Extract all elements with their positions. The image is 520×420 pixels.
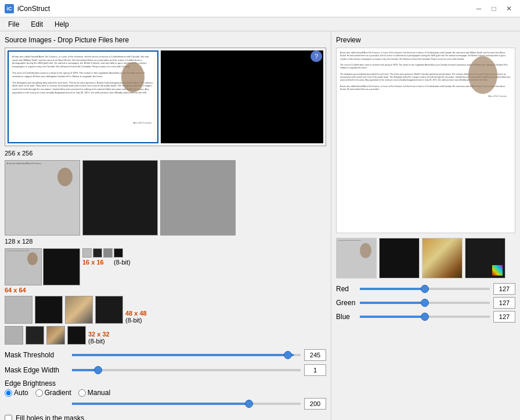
mask-threshold-row: Mask Threshold 245 <box>5 349 326 361</box>
right-panel: Preview A man who called himself Amor De… <box>331 31 520 420</box>
thumb-64-dark <box>43 248 80 285</box>
fill-holes-label: Fill holes in the masks <box>16 414 84 420</box>
app-icon: iC <box>5 4 14 13</box>
fill-holes-checkbox[interactable] <box>5 415 12 421</box>
source-image-dark <box>161 50 323 143</box>
size-32x32-label: 32 x 32 <box>88 331 117 338</box>
green-value: 127 <box>493 297 515 309</box>
radio-gradient-input[interactable] <box>35 389 43 397</box>
red-slider-row: Red 127 <box>336 283 515 295</box>
menu-bar: File Edit Help <box>0 17 520 31</box>
fill-holes-row: Fill holes in the masks <box>5 414 326 420</box>
title-bar-left: iC iConStruct <box>5 4 50 13</box>
thumb-128-light: A man who called himself Amor De Cosmos.… <box>5 160 80 236</box>
preview-thumb-dark <box>379 238 420 278</box>
size-16x16-label: 16 x 16 <box>82 259 111 266</box>
menu-edit[interactable]: Edit <box>26 19 48 30</box>
maximize-button[interactable]: □ <box>488 2 500 15</box>
radio-manual-label: Manual <box>88 389 110 397</box>
green-slider-row: Green 127 <box>336 297 515 309</box>
red-slider[interactable] <box>360 288 490 290</box>
edge-brightness-radio-group: Auto Gradient Manual <box>5 389 326 397</box>
mask-edge-width-slider-container <box>72 364 301 376</box>
menu-help[interactable]: Help <box>50 19 74 30</box>
minimize-button[interactable]: ─ <box>472 2 485 15</box>
col-64: A man who called himself Amor De Cosmos.… <box>5 248 80 294</box>
thumb-32-dark <box>26 326 44 345</box>
left-panel: Source Images - Drop Picture Files here … <box>0 31 331 420</box>
radio-manual[interactable]: Manual <box>78 389 110 397</box>
doc-preview: A man who called himself Amor De Cosmos,… <box>9 52 157 142</box>
thumb-16-b <box>93 248 102 258</box>
mask-edge-width-row: Mask Edge Width 1 <box>5 364 326 376</box>
thumb-48-dark <box>35 296 63 324</box>
mask-threshold-value: 245 <box>304 349 326 361</box>
sizes-row: A man who called himself Amor De Cosmos.… <box>5 248 326 294</box>
source-image-main: A man who called himself Amor De Cosmos,… <box>8 50 158 143</box>
thumb-32-dark2 <box>67 326 86 345</box>
thumb-128-empty <box>160 160 236 236</box>
green-slider[interactable] <box>360 302 490 304</box>
thumb-16-a <box>82 248 92 258</box>
size-48x48-label: 48 x 48 <box>125 310 154 317</box>
radio-auto-input[interactable] <box>5 389 12 397</box>
thumb-16-c <box>103 248 113 258</box>
row-64: A man who called himself Amor De Cosmos.… <box>5 248 80 285</box>
portrait-circle <box>468 56 497 94</box>
row-32-container: 32 x 32 (8-bit) <box>5 326 326 345</box>
color-sliders: Red 127 Green 127 Blue 127 <box>336 283 515 323</box>
mask-threshold-slider-container <box>72 349 301 361</box>
preview-thumbs-row: A man who called himself Amor De Cosmos.… <box>336 238 515 278</box>
radio-auto[interactable]: Auto <box>5 389 28 397</box>
blue-slider-row: Blue 127 <box>336 311 515 323</box>
help-button[interactable]: ? <box>310 50 322 62</box>
thumb-32-color <box>46 326 65 345</box>
mask-edge-width-value: 1 <box>304 364 326 376</box>
thumb-32-light <box>5 326 23 345</box>
preview-doc: A man who called himself Amor De Cosmos,… <box>337 48 515 233</box>
thumbnails-128-row: A man who called himself Amor De Cosmos.… <box>5 160 326 236</box>
mask-threshold-slider[interactable] <box>72 354 301 356</box>
preview-thumb-color <box>422 238 463 278</box>
bit-label-16: (8-bit) <box>114 259 131 266</box>
row-16 <box>82 248 131 258</box>
main-content: Source Images - Drop Picture Files here … <box>0 31 520 420</box>
mask-edge-width-slider[interactable] <box>72 369 301 371</box>
checkboxes-section: Fill holes in the masks Use nearest neig… <box>5 414 326 420</box>
row-48-container: 48 x 48 (8-bit) <box>5 296 326 324</box>
source-title: Source Images - Drop Picture Files here <box>5 36 326 44</box>
red-label: Red <box>336 285 356 293</box>
red-value: 127 <box>493 283 515 295</box>
blue-label: Blue <box>336 313 356 321</box>
menu-file[interactable]: File <box>3 19 24 30</box>
edge-brightness-value: 200 <box>304 398 326 410</box>
preview-thumb-dark2 <box>465 238 505 278</box>
bit-label-32: (8-bit) <box>88 338 117 345</box>
preview-title: Preview <box>336 36 515 44</box>
edge-brightness-section: Edge Brightness Auto Gradient Manual <box>5 379 326 410</box>
source-area: A man who called himself Amor De Cosmos,… <box>5 48 326 146</box>
thumb-48-light <box>5 296 32 324</box>
window-controls: ─ □ ✕ <box>472 2 515 15</box>
radio-auto-label: Auto <box>14 389 28 397</box>
close-button[interactable]: ✕ <box>503 2 515 15</box>
blue-slider[interactable] <box>360 316 490 318</box>
radio-manual-input[interactable] <box>78 389 86 397</box>
thumb-48-color <box>65 296 93 324</box>
thumb-64-light: A man who called himself Amor De Cosmos.… <box>5 248 42 285</box>
edge-brightness-slider-row: 200 <box>5 398 326 410</box>
app-title: iConStruct <box>17 5 50 13</box>
radio-gradient[interactable]: Gradient <box>35 389 71 397</box>
size-256: 256 x 256 <box>5 150 326 157</box>
blue-value: 127 <box>493 311 515 323</box>
thumb-128-dark <box>82 160 158 236</box>
edge-brightness-slider-container <box>72 398 301 410</box>
green-label: Green <box>336 299 356 307</box>
preview-thumb-light: A man who called himself Amor De Cosmos.… <box>336 238 377 278</box>
mask-edge-width-label: Mask Edge Width <box>5 366 68 374</box>
preview-image: A man who called himself Amor De Cosmos,… <box>336 48 515 233</box>
edge-brightness-slider[interactable] <box>72 403 301 405</box>
thumb-16-d <box>114 248 123 258</box>
portrait-name: Amor De Cosmos <box>488 95 507 97</box>
size-64x64-label: 64 x 64 <box>5 287 34 294</box>
